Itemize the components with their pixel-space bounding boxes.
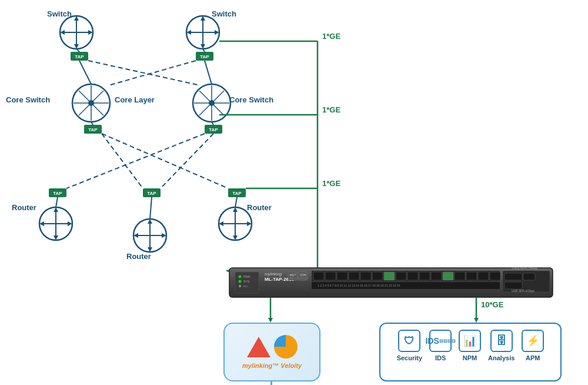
ge3-label: 1*GE [322, 179, 340, 188]
svg-marker-124 [268, 318, 273, 323]
router1-label: Router [12, 203, 36, 212]
svg-marker-126 [474, 318, 479, 323]
svg-line-73 [102, 134, 228, 188]
svg-point-85 [239, 280, 242, 283]
ids-label: IDS [435, 354, 446, 361]
svg-line-69 [235, 197, 237, 207]
veloity-label: mylinking™ Veloity [242, 362, 302, 369]
svg-rect-113 [478, 272, 489, 280]
svg-rect-114 [490, 272, 500, 280]
svg-text:1 2 3 4 5 6 7 8 9 10 11 12 13 : 1 2 3 4 5 6 7 8 9 10 11 12 13 14 15 16 1… [318, 284, 400, 287]
ge1-label: 1*GE [322, 32, 340, 41]
svg-line-63 [79, 61, 91, 84]
svg-line-71 [109, 61, 196, 85]
svg-rect-117 [523, 273, 535, 280]
svg-text:TAP: TAP [88, 127, 98, 132]
switch1-label: Switch [47, 9, 72, 18]
diagram-container: TAP TAP TAP TAP TAP TAP TAP [0, 0, 588, 385]
svg-text:TAP: TAP [75, 54, 84, 59]
svg-line-67 [56, 197, 58, 207]
svg-rect-109 [431, 272, 442, 280]
corelayer-label: Core Layer [115, 95, 155, 104]
ids-icon: IDS⊟⊟⊟⊟ [429, 330, 452, 352]
svg-text:USB SFP+1Gbps: USB SFP+1Gbps [512, 289, 535, 293]
apm-tool: ⚡ APM [522, 330, 544, 361]
svg-rect-101 [337, 272, 348, 280]
svg-text:TAP: TAP [147, 191, 156, 196]
svg-text:1/4GE/SFP+/2Ports: 1/4GE/SFP+/2Ports [512, 267, 538, 270]
svg-text:TAP: TAP [232, 191, 242, 196]
svg-rect-118 [505, 282, 522, 289]
tools-row: 🛡 Security IDS⊟⊟⊟⊟ IDS 📊 NPM 🗄 Analysis … [397, 330, 544, 361]
svg-line-68 [150, 197, 152, 219]
ge-out-label: 10*GE [481, 300, 503, 309]
ge2-label: 1*GE [322, 105, 340, 114]
analysis-icon: 🗄 [490, 330, 513, 352]
security-label: Security [397, 354, 422, 361]
veloity-connector [270, 381, 272, 385]
svg-text:MAGT: MAGT [289, 277, 296, 280]
svg-rect-112 [466, 272, 477, 280]
svg-point-88 [239, 285, 241, 287]
svg-point-25 [209, 100, 215, 106]
npm-icon: 📊 [459, 330, 481, 352]
switch2-label: Switch [212, 9, 236, 18]
analysis-label: Analysis [488, 354, 514, 361]
svg-rect-102 [349, 272, 359, 280]
veloity-shapes [247, 335, 298, 359]
apm-icon: ⚡ [522, 330, 544, 352]
svg-text:RLT ...: RLT ... [243, 285, 250, 288]
svg-rect-104 [372, 272, 383, 280]
tools-box: 🛡 Security IDS⊟⊟⊟⊟ IDS 📊 NPM 🗄 Analysis … [379, 323, 562, 381]
svg-line-64 [205, 61, 212, 84]
svg-text:TAP: TAP [53, 191, 62, 196]
svg-line-75 [161, 134, 213, 188]
security-tool: 🛡 Security [397, 330, 422, 361]
svg-text:SYS: SYS [243, 280, 250, 283]
svg-rect-116 [505, 273, 522, 280]
svg-rect-100 [325, 272, 336, 280]
npm-label: NPM [463, 354, 477, 361]
coreswitch1-label: Core Switch [6, 95, 50, 104]
veloity-box: mylinking™ Veloity [223, 323, 320, 381]
pie-icon [274, 335, 298, 359]
router3-label: Router [247, 203, 272, 212]
svg-text:TAP: TAP [209, 127, 218, 132]
svg-rect-110 [443, 272, 453, 280]
security-icon: 🛡 [398, 330, 420, 352]
svg-rect-108 [419, 272, 430, 280]
svg-rect-106 [396, 272, 406, 280]
ids-tool: IDS⊟⊟⊟⊟ IDS [429, 330, 452, 361]
svg-line-70 [88, 61, 200, 85]
npm-tool: 📊 NPM [459, 330, 481, 361]
svg-point-84 [239, 276, 242, 278]
svg-text:TAP: TAP [200, 54, 209, 59]
svg-line-74 [66, 134, 205, 188]
analysis-tool: 🗄 Analysis [488, 330, 514, 361]
svg-rect-99 [313, 272, 324, 280]
svg-text:mylinking: mylinking [265, 272, 282, 277]
svg-point-19 [88, 100, 94, 106]
svg-text:CONSOLE: CONSOLE [297, 277, 309, 280]
router2-label: Router [126, 252, 151, 261]
svg-rect-103 [360, 272, 371, 280]
svg-rect-105 [384, 272, 395, 280]
triangle-icon [247, 337, 270, 357]
svg-text:PWR: PWR [243, 275, 250, 278]
apm-label: APM [526, 354, 540, 361]
svg-rect-107 [407, 272, 418, 280]
coreswitch2-label: Core Switch [229, 95, 273, 104]
svg-rect-111 [455, 272, 465, 280]
